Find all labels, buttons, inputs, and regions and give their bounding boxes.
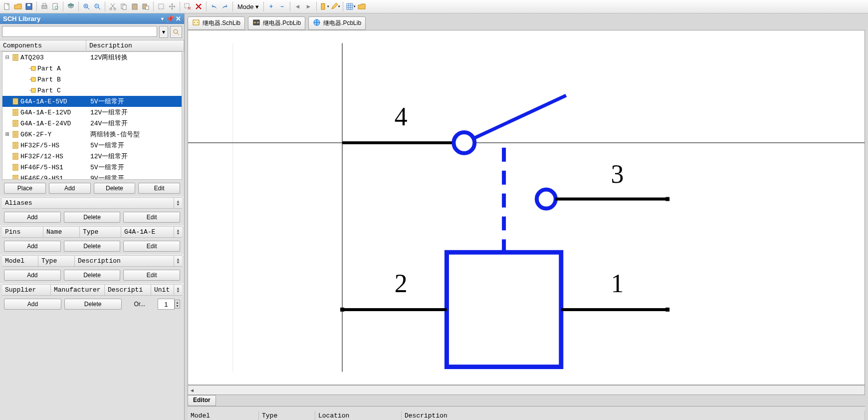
col-description[interactable]: Description bbox=[86, 40, 184, 51]
list-item[interactable]: ⊟ATQ20312V两组转换 bbox=[2, 52, 182, 63]
pin-icon[interactable]: 📌 bbox=[166, 15, 174, 22]
open-file-icon[interactable] bbox=[13, 1, 23, 11]
redo-icon[interactable] bbox=[220, 1, 230, 11]
edit-icon[interactable]: ▾ bbox=[330, 1, 340, 11]
aliases-sort-icon[interactable]: ▲▼ bbox=[174, 198, 182, 208]
deselect-icon[interactable] bbox=[183, 1, 193, 11]
document-tab[interactable]: 继电器.PcbLib bbox=[248, 16, 305, 30]
footer-col-model[interactable]: Model bbox=[188, 411, 259, 420]
list-item[interactable]: HF32F/12-HS12V一组常开 bbox=[2, 151, 182, 162]
horizontal-scrollbar[interactable]: ◄ bbox=[188, 385, 865, 395]
grid-icon[interactable]: ▾ bbox=[346, 1, 356, 11]
zoom-in-icon[interactable] bbox=[81, 1, 91, 11]
search-dropdown[interactable]: ▾ bbox=[159, 26, 168, 38]
pins-col-pins[interactable]: Pins bbox=[2, 227, 43, 237]
library-search-input[interactable] bbox=[2, 26, 157, 37]
supplier-col-unit[interactable]: Unit bbox=[151, 285, 174, 295]
pins-col-name[interactable]: Name bbox=[43, 227, 80, 237]
delete-button[interactable]: Delete bbox=[94, 183, 136, 194]
place-button[interactable]: Place bbox=[4, 183, 46, 194]
save-icon[interactable] bbox=[24, 1, 34, 11]
mode-dropdown[interactable]: Mode ▾ bbox=[235, 3, 261, 10]
edit-button[interactable]: Edit bbox=[138, 183, 180, 194]
supplier-sort-icon[interactable]: ▲▼ bbox=[174, 285, 182, 295]
svg-rect-59 bbox=[13, 175, 18, 180]
dropdown-icon[interactable]: ▼ bbox=[160, 16, 165, 21]
footer-col-type[interactable]: Type bbox=[259, 411, 315, 420]
component-icon bbox=[11, 53, 19, 61]
pins-delete-button[interactable]: Delete bbox=[64, 241, 121, 252]
layers-icon[interactable] bbox=[66, 1, 76, 11]
list-item[interactable]: Part C bbox=[2, 85, 182, 96]
search-icon[interactable] bbox=[170, 26, 182, 38]
list-item[interactable]: HF46F/5-HS15V一组常开 bbox=[2, 162, 182, 173]
editor-tab[interactable]: Editor bbox=[188, 395, 216, 406]
tree-toggle-icon[interactable]: ⊟ bbox=[3, 53, 11, 61]
aliases-edit-button[interactable]: Edit bbox=[123, 212, 180, 223]
list-item[interactable]: HF46F/9-HS19V一组常开 bbox=[2, 173, 182, 180]
model-col-desc[interactable]: Description bbox=[75, 256, 174, 266]
model-col-type[interactable]: Type bbox=[38, 256, 75, 266]
door-icon[interactable]: ▾ bbox=[319, 1, 329, 11]
aliases-add-button[interactable]: Add bbox=[4, 212, 61, 223]
component-desc: 5V一组常开 bbox=[90, 141, 182, 150]
quantity-input[interactable] bbox=[158, 299, 175, 310]
paste-icon[interactable] bbox=[130, 1, 140, 11]
paste-special-icon[interactable] bbox=[141, 1, 151, 11]
components-list[interactable]: ⊟ATQ20312V两组转换Part APart BPart CG4A-1A-E… bbox=[2, 51, 182, 180]
schematic-canvas[interactable]: 4 3 2 1 bbox=[188, 30, 865, 385]
list-item[interactable]: G4A-1A-E-12VD12V一组常开 bbox=[2, 107, 182, 118]
component-icon bbox=[11, 141, 19, 149]
model-edit-button[interactable]: Edit bbox=[123, 270, 180, 281]
tree-toggle-icon[interactable]: ⊞ bbox=[3, 130, 11, 138]
document-tab[interactable]: 继电器.SchLib bbox=[188, 16, 245, 30]
supplier-order-button[interactable]: Or... bbox=[125, 301, 155, 308]
preview-icon[interactable] bbox=[50, 1, 60, 11]
copy-icon[interactable] bbox=[119, 1, 129, 11]
pins-col-comp[interactable]: G4A-1A-E bbox=[121, 227, 174, 237]
pins-add-button[interactable]: Add bbox=[4, 241, 61, 252]
add-button[interactable]: Add bbox=[49, 183, 91, 194]
col-components[interactable]: Components bbox=[0, 40, 86, 51]
nav-back-icon[interactable]: ◄ bbox=[293, 1, 303, 11]
close-icon[interactable]: ✕ bbox=[176, 15, 181, 22]
list-item[interactable]: G4A-1A-E-5VD5V一组常开 bbox=[2, 96, 182, 107]
pins-edit-button[interactable]: Edit bbox=[123, 241, 180, 252]
print-icon[interactable] bbox=[39, 1, 49, 11]
pins-col-type[interactable]: Type bbox=[80, 227, 121, 237]
model-sort-icon[interactable]: ▲▼ bbox=[174, 256, 182, 266]
pins-sort-icon[interactable]: ▲▼ bbox=[174, 227, 182, 237]
model-delete-button[interactable]: Delete bbox=[64, 270, 121, 281]
list-item[interactable]: G4A-1A-E-24VD24V一组常开 bbox=[2, 118, 182, 129]
list-item[interactable]: Part B bbox=[2, 74, 182, 85]
nav-fwd-icon[interactable]: ► bbox=[304, 1, 314, 11]
undo-icon[interactable] bbox=[209, 1, 219, 11]
select-rect-icon[interactable] bbox=[156, 1, 166, 11]
cut-icon[interactable] bbox=[108, 1, 118, 11]
move-icon[interactable] bbox=[167, 1, 177, 11]
scroll-left-icon[interactable]: ◄ bbox=[188, 388, 196, 393]
aliases-delete-button[interactable]: Delete bbox=[64, 212, 121, 223]
folder-icon[interactable] bbox=[357, 1, 367, 11]
remove-part-icon[interactable]: − bbox=[277, 1, 287, 11]
model-col-model[interactable]: Model bbox=[2, 256, 38, 266]
new-file-icon[interactable] bbox=[2, 1, 12, 11]
supplier-add-button[interactable]: Add bbox=[4, 299, 61, 310]
quantity-stepper[interactable]: ▲▼ bbox=[158, 299, 180, 310]
zoom-out-icon[interactable] bbox=[92, 1, 102, 11]
supplier-col-desc[interactable]: Descripti bbox=[105, 285, 151, 295]
list-item[interactable]: Part A bbox=[2, 63, 182, 74]
supplier-delete-button[interactable]: Delete bbox=[64, 299, 122, 310]
footer-col-location[interactable]: Location bbox=[315, 411, 402, 420]
document-tab[interactable]: 继电器.PcbLib bbox=[308, 16, 366, 30]
list-item[interactable]: HF32F/5-HS5V一组常开 bbox=[2, 140, 182, 151]
aliases-header[interactable]: Aliases bbox=[2, 198, 174, 208]
footer-col-desc[interactable]: Description bbox=[402, 411, 865, 420]
list-item[interactable]: ⊞G6K-2F-Y两组转换-信号型 bbox=[2, 129, 182, 140]
supplier-col-mfr[interactable]: Manufacturer bbox=[51, 285, 105, 295]
clear-icon[interactable] bbox=[194, 1, 204, 11]
component-name: HF46F/9-HS1 bbox=[19, 175, 90, 180]
add-part-icon[interactable]: + bbox=[266, 1, 276, 11]
model-add-button[interactable]: Add bbox=[4, 270, 61, 281]
supplier-col-supplier[interactable]: Supplier bbox=[2, 285, 51, 295]
